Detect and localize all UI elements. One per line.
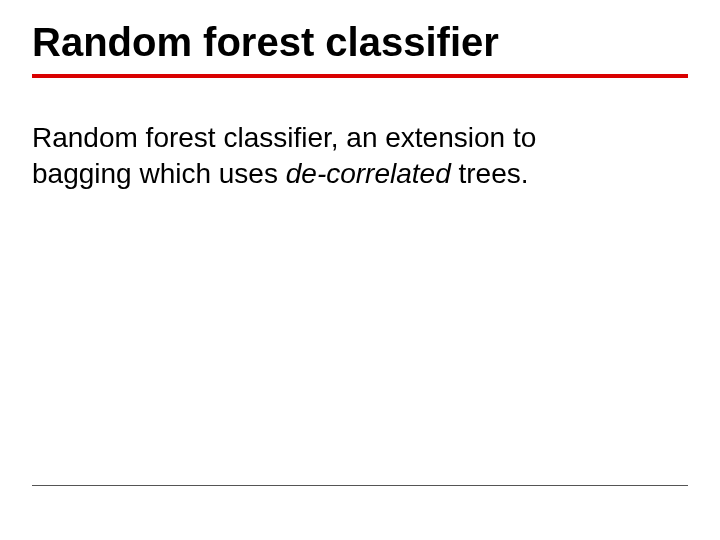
body-block: Random forest classifier, an extension t… [32, 120, 630, 192]
bottom-divider [32, 485, 688, 486]
slide: Random forest classifier Random forest c… [0, 0, 720, 540]
body-text: Random forest classifier, an extension t… [32, 120, 630, 192]
slide-title: Random forest classifier [32, 20, 688, 64]
title-underline [32, 74, 688, 78]
title-block: Random forest classifier [32, 20, 688, 78]
body-text-suffix: trees. [451, 158, 529, 189]
body-text-italic: de-correlated [286, 158, 451, 189]
